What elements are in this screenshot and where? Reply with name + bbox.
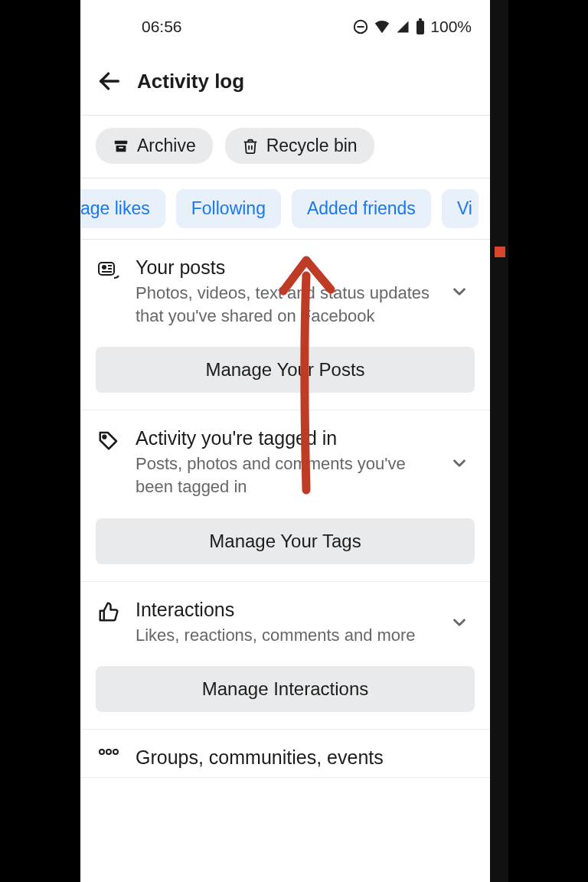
section-groups: Groups, communities, events xyxy=(80,730,490,778)
manage-your-tags-button[interactable]: Manage Your Tags xyxy=(96,518,475,564)
svg-point-13 xyxy=(103,436,106,439)
section-title: Groups, communities, events xyxy=(136,746,475,769)
filter-added-friends[interactable]: Added friends xyxy=(292,189,431,228)
svg-rect-5 xyxy=(115,140,128,144)
groups-icon xyxy=(96,748,122,774)
archive-label: Archive xyxy=(137,136,196,156)
filter-following[interactable]: Following xyxy=(176,189,281,228)
section-tagged: Activity you're tagged in Posts, photos … xyxy=(80,410,490,581)
section-title: Activity you're tagged in xyxy=(136,427,430,449)
section-interactions: Interactions Likes, reactions, comments … xyxy=(80,582,490,730)
phone-frame: 06:56 100% Activity log xyxy=(80,0,490,882)
posts-icon xyxy=(96,258,122,284)
tag-icon xyxy=(96,429,122,455)
trash-icon xyxy=(242,138,259,155)
filter-videos[interactable]: Vi xyxy=(442,189,479,228)
page-title: Activity log xyxy=(137,70,244,93)
status-bar: 06:56 100% xyxy=(80,0,490,54)
filter-tabs-row[interactable]: age likes Following Added friends Vi xyxy=(80,178,490,240)
manage-your-posts-button[interactable]: Manage Your Posts xyxy=(96,347,475,393)
archive-icon xyxy=(113,138,129,155)
status-time: 06:56 xyxy=(142,18,182,36)
filter-page-likes[interactable]: age likes xyxy=(80,189,165,228)
svg-point-9 xyxy=(103,266,106,269)
svg-point-14 xyxy=(100,750,104,754)
svg-rect-7 xyxy=(119,146,123,148)
section-title: Your posts xyxy=(136,256,430,279)
section-header-tagged[interactable]: Activity you're tagged in Posts, photos … xyxy=(96,427,475,498)
section-your-posts: Your posts Photos, videos, text and stat… xyxy=(80,240,490,410)
battery-percent: 100% xyxy=(430,18,472,36)
recycle-bin-label: Recycle bin xyxy=(266,136,358,156)
svg-point-15 xyxy=(106,750,111,754)
chevron-down-icon xyxy=(444,612,475,632)
recycle-bin-button[interactable]: Recycle bin xyxy=(225,128,374,164)
like-icon xyxy=(96,600,122,626)
battery-icon xyxy=(415,18,426,35)
svg-rect-6 xyxy=(116,145,126,152)
quick-actions-row: Archive Recycle bin xyxy=(80,116,490,178)
page-header: Activity log xyxy=(80,54,490,116)
signal-icon xyxy=(395,19,410,34)
section-desc: Likes, reactions, comments and more xyxy=(136,624,430,647)
back-button[interactable] xyxy=(96,67,123,95)
wifi-icon xyxy=(374,18,390,35)
section-header-your-posts[interactable]: Your posts Photos, videos, text and stat… xyxy=(96,256,475,327)
manage-interactions-button[interactable]: Manage Interactions xyxy=(96,666,475,712)
section-header-groups[interactable]: Groups, communities, events xyxy=(96,746,475,774)
archive-button[interactable]: Archive xyxy=(96,128,213,164)
section-header-interactions[interactable]: Interactions Likes, reactions, comments … xyxy=(96,599,475,647)
section-desc: Photos, videos, text and status updates … xyxy=(136,282,430,327)
svg-point-16 xyxy=(113,750,118,754)
chevron-down-icon xyxy=(444,453,475,473)
do-not-disturb-icon xyxy=(352,18,369,35)
section-title: Interactions xyxy=(136,599,430,621)
section-desc: Posts, photos and comments you've been t… xyxy=(136,452,430,498)
chevron-down-icon xyxy=(444,282,475,302)
svg-rect-3 xyxy=(419,18,422,21)
svg-rect-2 xyxy=(416,21,424,34)
background-sliver xyxy=(490,0,508,882)
